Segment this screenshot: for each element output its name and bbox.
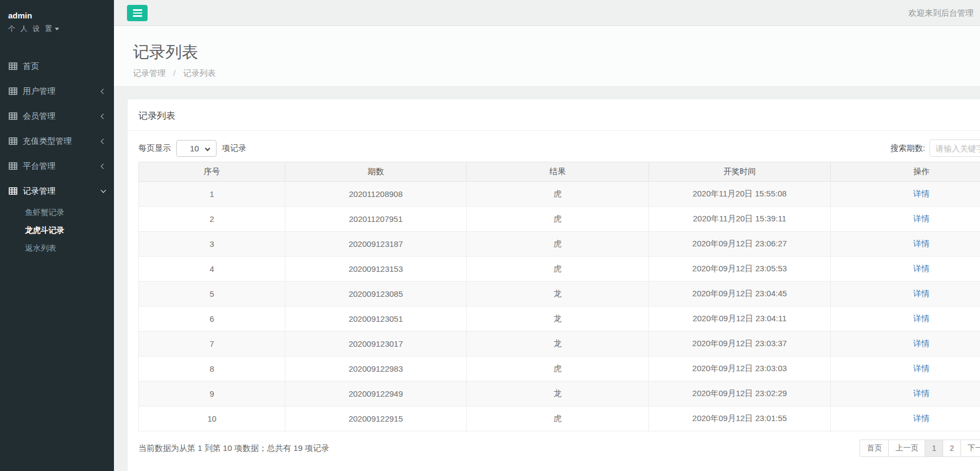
table-grid-icon bbox=[9, 62, 17, 70]
search-control: 搜索期数: bbox=[890, 139, 980, 157]
chevron-down-icon bbox=[205, 145, 211, 151]
page-size-control: 每页显示 10 项记录 bbox=[138, 140, 246, 157]
detail-link[interactable]: 详情 bbox=[913, 339, 930, 348]
pagination-prev-button[interactable]: 上一页 bbox=[888, 440, 925, 457]
cell-result: 虎 bbox=[467, 182, 649, 207]
records-table: 序号 期数 结果 开奖时间 操作 1 202011208908 虎 2020年1 bbox=[138, 162, 980, 431]
column-header: 开奖时间 bbox=[649, 162, 831, 182]
sidebar-item-label: 记录管理 bbox=[23, 186, 101, 196]
records-card: 记录列表 每页显示 10 项记录 搜索期数: bbox=[127, 99, 980, 471]
cell-issue: 202009123085 bbox=[285, 282, 467, 307]
submenu-item-label: 鱼虾蟹记录 bbox=[25, 207, 65, 218]
page-size-value: 10 bbox=[177, 144, 199, 153]
cell-issue: 202009123153 bbox=[285, 257, 467, 282]
table-grid-icon bbox=[9, 187, 17, 195]
table-info: 当前数据为从第 1 到第 10 项数据；总共有 19 项记录 bbox=[138, 443, 329, 454]
table-row: 5 202009123085 龙 2020年09月12日 23:04:45 详情 bbox=[139, 282, 980, 307]
cell-time: 2020年09月12日 23:06:27 bbox=[649, 232, 831, 257]
submenu-item-fish-shrimp-crab[interactable]: 鱼虾蟹记录 bbox=[0, 203, 114, 221]
submenu-item-label: 龙虎斗记录 bbox=[25, 225, 65, 236]
user-settings-dropdown[interactable]: 个 人 设 置 bbox=[8, 24, 106, 34]
hamburger-icon bbox=[133, 9, 142, 11]
breadcrumb: 记录管理 / 记录列表 bbox=[133, 68, 980, 79]
detail-link[interactable]: 详情 bbox=[913, 364, 930, 373]
cell-no: 10 bbox=[139, 406, 285, 431]
sidebar-toggle-button[interactable] bbox=[127, 5, 148, 21]
cell-time: 2020年09月12日 23:04:11 bbox=[649, 307, 831, 332]
table-header-row: 序号 期数 结果 开奖时间 操作 bbox=[139, 162, 980, 182]
cell-issue: 202009122983 bbox=[285, 357, 467, 381]
submenu-item-rebate-list[interactable]: 返水列表 bbox=[0, 239, 114, 257]
pagination-next-button[interactable]: 下一页 bbox=[960, 440, 980, 457]
cell-result: 龙 bbox=[467, 282, 649, 307]
chevron-left-icon bbox=[101, 88, 106, 94]
main-area: 欢迎来到后台管理 记录列表 记录管理 / 记录列表 记录列表 每页显示 10 bbox=[114, 0, 980, 471]
breadcrumb-item[interactable]: 记录管理 bbox=[133, 68, 166, 78]
sidebar-item-users[interactable]: 用户管理 bbox=[0, 79, 114, 104]
cell-issue: 202011207951 bbox=[285, 207, 467, 232]
cell-result: 龙 bbox=[467, 332, 649, 357]
card-title: 记录列表 bbox=[128, 99, 980, 131]
user-name: admin bbox=[8, 11, 106, 20]
cell-issue: 202009123187 bbox=[285, 232, 467, 257]
pagination: 首页 上一页 1 2 下一页 bbox=[860, 440, 980, 457]
table-footer: 当前数据为从第 1 到第 10 项数据；总共有 19 项记录 首页 上一页 1 … bbox=[128, 431, 980, 471]
sidebar-item-label: 首页 bbox=[23, 61, 105, 72]
table-controls: 每页显示 10 项记录 搜索期数: bbox=[128, 131, 980, 162]
detail-link[interactable]: 详情 bbox=[913, 389, 930, 398]
sidebar-item-records[interactable]: 记录管理 bbox=[0, 179, 114, 203]
cell-result: 虎 bbox=[467, 406, 649, 431]
table-grid-icon bbox=[9, 87, 17, 95]
cell-no: 9 bbox=[139, 381, 285, 406]
sidebar-item-label: 充值类型管理 bbox=[23, 136, 101, 147]
detail-link[interactable]: 详情 bbox=[913, 289, 930, 298]
pagination-page-1-button[interactable]: 1 bbox=[925, 440, 943, 457]
cell-issue: 202011208908 bbox=[285, 182, 467, 207]
sidebar-item-label: 用户管理 bbox=[23, 86, 101, 97]
chevron-left-icon bbox=[101, 163, 106, 169]
detail-link[interactable]: 详情 bbox=[913, 264, 930, 273]
sidebar-item-recharge-types[interactable]: 充值类型管理 bbox=[0, 129, 114, 154]
cell-no: 7 bbox=[139, 332, 285, 357]
sidebar-item-home[interactable]: 首页 bbox=[0, 54, 114, 79]
user-panel: admin 个 人 设 置 bbox=[0, 0, 114, 39]
table-grid-icon bbox=[9, 137, 17, 145]
detail-link[interactable]: 详情 bbox=[913, 189, 930, 198]
user-settings-label: 个 人 设 置 bbox=[8, 24, 54, 34]
page-size-suffix: 项记录 bbox=[222, 143, 246, 154]
chevron-left-icon bbox=[101, 138, 106, 144]
cell-no: 2 bbox=[139, 207, 285, 232]
cell-no: 3 bbox=[139, 232, 285, 257]
table-row: 2 202011207951 虎 2020年11月20日 15:39:11 详情 bbox=[139, 207, 980, 232]
page-title: 记录列表 bbox=[133, 42, 980, 62]
content: 记录列表 每页显示 10 项记录 搜索期数: bbox=[114, 87, 980, 471]
column-header: 期数 bbox=[285, 162, 467, 182]
table-row: 10 202009122915 虎 2020年09月12日 23:01:55 详… bbox=[139, 406, 980, 431]
detail-link[interactable]: 详情 bbox=[913, 314, 930, 323]
table-grid-icon bbox=[9, 162, 17, 170]
detail-link[interactable]: 详情 bbox=[913, 413, 930, 423]
page-size-select[interactable]: 10 bbox=[176, 140, 217, 157]
submenu-item-dragon-tiger[interactable]: 龙虎斗记录 bbox=[0, 221, 114, 239]
sidebar-item-platform[interactable]: 平台管理 bbox=[0, 154, 114, 179]
caret-down-icon bbox=[55, 28, 59, 30]
cell-time: 2020年09月12日 23:05:53 bbox=[649, 257, 831, 282]
sidebar-item-members[interactable]: 会员管理 bbox=[0, 104, 114, 129]
chevron-left-icon bbox=[101, 113, 106, 119]
cell-time: 2020年09月12日 23:03:03 bbox=[649, 357, 831, 381]
search-input[interactable] bbox=[930, 139, 980, 157]
table-row: 1 202011208908 虎 2020年11月20日 15:55:08 详情 bbox=[139, 182, 980, 207]
cell-issue: 202009122915 bbox=[285, 406, 467, 431]
pagination-page-2-button[interactable]: 2 bbox=[943, 440, 961, 457]
detail-link[interactable]: 详情 bbox=[913, 239, 930, 248]
cell-time: 2020年09月12日 23:02:29 bbox=[649, 381, 831, 406]
table-row: 4 202009123153 虎 2020年09月12日 23:05:53 详情 bbox=[139, 257, 980, 282]
sidebar-item-label: 会员管理 bbox=[23, 111, 101, 122]
cell-result: 虎 bbox=[467, 357, 649, 381]
detail-link[interactable]: 详情 bbox=[913, 214, 930, 223]
cell-time: 2020年09月12日 23:01:55 bbox=[649, 406, 831, 431]
cell-no: 6 bbox=[139, 307, 285, 332]
pagination-first-button[interactable]: 首页 bbox=[860, 440, 889, 457]
cell-result: 虎 bbox=[467, 232, 649, 257]
cell-issue: 202009122949 bbox=[285, 381, 467, 406]
